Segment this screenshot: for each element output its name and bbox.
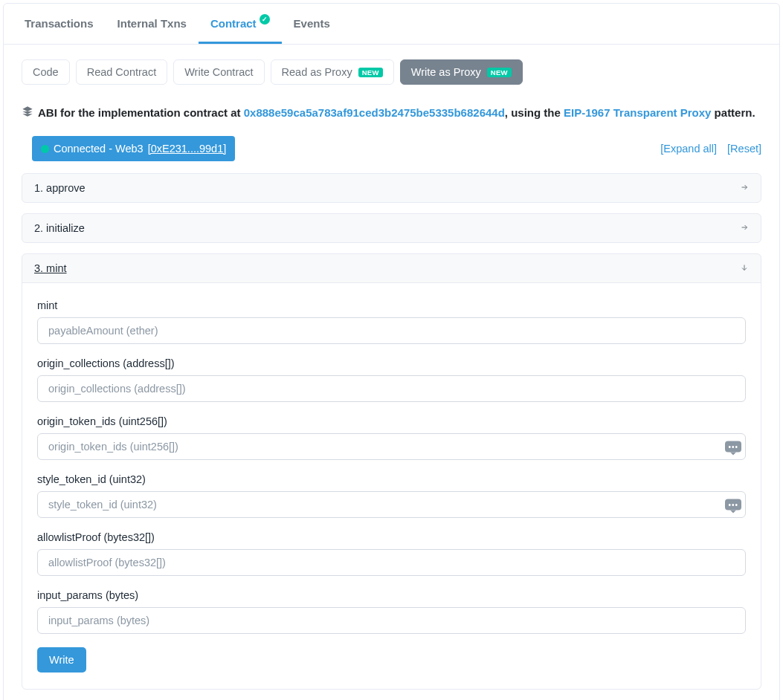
- abi-mid: , using the: [505, 106, 564, 119]
- function-mint-title: 3. mint: [34, 262, 67, 274]
- function-initialize: 2. initialize: [22, 213, 761, 243]
- function-mint-header[interactable]: 3. mint: [22, 254, 761, 282]
- tab-events[interactable]: Events: [282, 4, 342, 44]
- new-badge: NEW: [358, 68, 383, 77]
- tab-contract[interactable]: Contract ✓: [199, 4, 282, 44]
- abi-suffix: pattern.: [711, 106, 755, 119]
- layers-icon: [22, 106, 33, 120]
- input-params-input[interactable]: [37, 607, 746, 634]
- subtab-read-as-proxy[interactable]: Read as Proxy NEW: [271, 59, 394, 85]
- main-tabbar: Transactions Internal Txns Contract ✓ Ev…: [4, 4, 779, 45]
- abi-prefix: ABI for the implementation contract at: [38, 106, 244, 119]
- expand-all-link[interactable]: [Expand all]: [660, 143, 717, 155]
- write-button[interactable]: Write: [37, 647, 86, 673]
- origin-token-ids-input[interactable]: [37, 433, 746, 460]
- subtab-code[interactable]: Code: [22, 59, 70, 85]
- web3-connected-button[interactable]: Connected - Web3 [0xE231....99d1]: [32, 136, 235, 161]
- status-row: Connected - Web3 [0xE231....99d1] [Expan…: [22, 136, 761, 161]
- helper-badge-icon[interactable]: •••: [725, 499, 741, 511]
- helper-badge-icon[interactable]: •••: [725, 441, 741, 453]
- tab-contract-label: Contract: [210, 17, 257, 30]
- arrow-down-icon: [740, 262, 749, 274]
- connected-address: [0xE231....99d1]: [148, 143, 227, 155]
- reset-link[interactable]: [Reset]: [727, 143, 761, 155]
- verified-check-icon: ✓: [260, 14, 270, 25]
- subtab-write-contract[interactable]: Write Contract: [173, 59, 264, 85]
- subtab-write-as-proxy-label: Write as Proxy: [411, 66, 481, 78]
- expand-reset-links: [Expand all] [Reset]: [660, 143, 761, 155]
- subtab-read-as-proxy-label: Read as Proxy: [282, 66, 352, 78]
- arrow-right-icon: [740, 222, 749, 234]
- subtab-write-as-proxy[interactable]: Write as Proxy NEW: [400, 59, 523, 85]
- tab-transactions[interactable]: Transactions: [13, 4, 106, 44]
- allowlist-proof-input[interactable]: [37, 549, 746, 576]
- content-area: Code Read Contract Write Contract Read a…: [4, 45, 779, 700]
- function-mint: 3. mint mint origin_collections (address…: [22, 253, 761, 690]
- origin-collections-label: origin_collections (address[]): [37, 357, 746, 369]
- subtab-read-contract[interactable]: Read Contract: [76, 59, 168, 85]
- connected-dot-icon: [41, 145, 49, 153]
- origin-token-ids-label: origin_token_ids (uint256[]): [37, 415, 746, 427]
- style-token-id-input[interactable]: [37, 491, 746, 518]
- new-badge: NEW: [487, 68, 512, 77]
- style-token-id-label: style_token_id (uint32): [37, 473, 746, 485]
- function-initialize-title: 2. initialize: [34, 222, 85, 234]
- abi-info-line: ABI for the implementation contract at 0…: [22, 106, 761, 120]
- connected-label: Connected - Web3: [54, 143, 144, 155]
- tab-internal-txns[interactable]: Internal Txns: [106, 4, 199, 44]
- payable-label: mint: [37, 299, 746, 311]
- input-params-label: input_params (bytes): [37, 589, 746, 601]
- function-approve-header[interactable]: 1. approve: [22, 174, 761, 202]
- proxy-pattern-link[interactable]: EIP-1967 Transparent Proxy: [564, 106, 711, 119]
- function-mint-body: mint origin_collections (address[]) orig…: [22, 282, 761, 689]
- function-initialize-header[interactable]: 2. initialize: [22, 214, 761, 242]
- origin-collections-input[interactable]: [37, 375, 746, 402]
- contract-subtabs: Code Read Contract Write Contract Read a…: [22, 59, 761, 85]
- arrow-right-icon: [740, 182, 749, 194]
- payable-amount-input[interactable]: [37, 317, 746, 344]
- function-approve: 1. approve: [22, 173, 761, 203]
- implementation-address-link[interactable]: 0x888e59ca5a783af91ced3b2475be5335b68264…: [244, 106, 505, 119]
- function-approve-title: 1. approve: [34, 182, 86, 194]
- contract-panel: Transactions Internal Txns Contract ✓ Ev…: [3, 3, 780, 700]
- allowlist-proof-label: allowlistProof (bytes32[]): [37, 531, 746, 543]
